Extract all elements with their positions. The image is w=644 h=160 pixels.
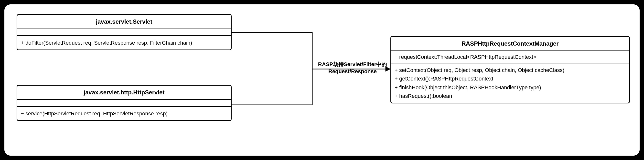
operation: + getContext():RASPHttpRequestContext bbox=[394, 74, 626, 83]
class-httpservlet-operations: − service(HttpServletRequest req, HttpSe… bbox=[17, 107, 231, 120]
connector-label-line2: Request/Response bbox=[315, 68, 390, 75]
class-servlet-title: javax.servlet.Servlet bbox=[17, 15, 231, 29]
class-servlet-operations: + doFilter(ServletRequest req, ServletRe… bbox=[17, 36, 231, 49]
operation: + finishHook(Object thisObject, RASPHook… bbox=[394, 83, 626, 92]
class-rasp-attributes: − requestContext:ThreadLocal<RASPHttpReq… bbox=[391, 51, 629, 63]
operation: + doFilter(ServletRequest req, ServletRe… bbox=[21, 38, 228, 47]
class-httpservlet-title: javax.servlet.http.HttpServlet bbox=[17, 86, 231, 100]
operation: + hasRequest():boolean bbox=[394, 92, 626, 100]
operation: + setContext(Object req, Object resp, Ob… bbox=[394, 66, 626, 74]
diagram-canvas: javax.servlet.Servlet + doFilter(Servlet… bbox=[4, 4, 640, 156]
class-httpservlet-attributes bbox=[17, 100, 231, 107]
class-rasp-title: RASPHttpRequestContextManager bbox=[391, 37, 629, 51]
class-servlet-attributes bbox=[17, 29, 231, 36]
attribute: − requestContext:ThreadLocal<RASPHttpReq… bbox=[394, 53, 626, 61]
class-httpservlet: javax.servlet.http.HttpServlet − service… bbox=[16, 85, 232, 121]
connector-label-line1: RASP劫持Servlet/Filter中的 bbox=[315, 61, 390, 68]
operation: − service(HttpServletRequest req, HttpSe… bbox=[21, 109, 228, 118]
connector-label: RASP劫持Servlet/Filter中的 Request/Response bbox=[315, 61, 390, 75]
class-rasp-manager: RASPHttpRequestContextManager − requestC… bbox=[390, 36, 630, 103]
class-rasp-operations: + setContext(Object req, Object resp, Ob… bbox=[391, 63, 629, 103]
class-servlet: javax.servlet.Servlet + doFilter(Servlet… bbox=[16, 14, 232, 50]
